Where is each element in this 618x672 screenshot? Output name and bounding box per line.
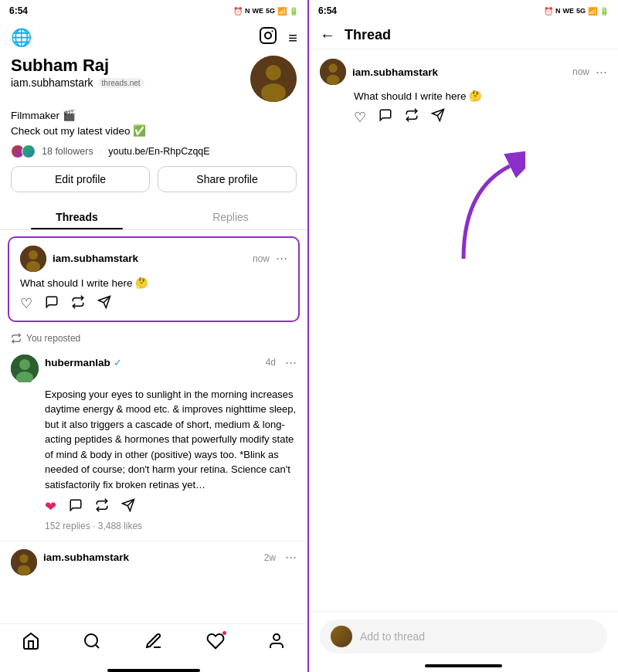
post-more-button[interactable]: ··· <box>285 355 297 371</box>
left-panel: 6:54 ⏰ N WE 5G 📶 🔋 🌐 ≡ Sub <box>0 0 309 672</box>
tab-threads[interactable]: Threads <box>0 203 154 229</box>
repost-banner: You reposted <box>0 328 307 348</box>
card-avatar <box>20 246 46 272</box>
post-card-huberman: hubermanlab ✓ 4d ··· Exposing your eyes … <box>0 348 307 541</box>
instagram-icon[interactable] <box>259 26 277 49</box>
follower-count: 18 followers <box>42 146 93 157</box>
svg-point-19 <box>85 634 97 647</box>
post-avatar-huberman <box>11 355 39 382</box>
comment-icon[interactable] <box>45 295 59 313</box>
follower-avatar-2 <box>22 144 36 158</box>
arrow-container <box>340 135 618 266</box>
profile-info: Subham Raj iam.subhamstark threads.net <box>11 56 144 89</box>
bio-line1: Filmmaker 🎬 <box>11 108 297 124</box>
profile-followers: 18 followers · youtu.be/En-RhpCzqqE <box>11 144 297 158</box>
verified-badge: ✓ <box>114 357 122 368</box>
edit-profile-button[interactable]: Edit profile <box>11 166 150 192</box>
time-left: 6:54 <box>9 5 28 16</box>
status-bar-right: 6:54 ⏰ N WE 5G 📶 🔋 <box>309 0 618 22</box>
nav-compose-icon[interactable] <box>144 632 163 655</box>
thread-card-highlighted: iam.subhamstark now ··· What should I wr… <box>8 236 300 322</box>
tabs-row: Threads Replies <box>0 203 307 230</box>
post-more-button-2[interactable]: ··· <box>285 549 297 565</box>
card-username: iam.subhamstark <box>53 253 138 264</box>
card-actions: ♡ <box>20 295 287 313</box>
threads-badge: threads.net <box>98 78 144 88</box>
right-like-icon[interactable]: ♡ <box>354 109 366 126</box>
like-filled-icon[interactable]: ❤ <box>45 498 56 516</box>
share-profile-button[interactable]: Share profile <box>158 166 297 192</box>
right-card-left: iam.subhamstark <box>320 59 438 85</box>
add-thread-input[interactable]: Add to thread <box>320 619 607 653</box>
post-username: hubermanlab <box>45 357 110 368</box>
globe-icon[interactable]: 🌐 <box>11 28 32 48</box>
post-meta: hubermanlab ✓ 4d ··· <box>45 355 297 371</box>
profile-handle-row: iam.subhamstark threads.net <box>11 76 144 89</box>
spacer <box>309 266 618 611</box>
profile-row: Subham Raj iam.subhamstark threads.net <box>11 56 297 102</box>
post-header-2: iam.subhamstark 2w ··· <box>11 549 297 575</box>
card-more-button[interactable]: ··· <box>276 250 287 266</box>
thread-card-header: iam.subhamstark now ··· <box>20 246 287 272</box>
add-thread-placeholder: Add to thread <box>360 630 425 643</box>
svg-point-4 <box>266 65 281 80</box>
post-username-2: iam.subhamstark <box>43 552 129 563</box>
like-icon[interactable]: ♡ <box>20 295 32 312</box>
top-right-icons: ≡ <box>259 26 297 49</box>
right-share-icon[interactable] <box>431 108 445 126</box>
right-card-actions: ♡ <box>354 108 607 126</box>
purple-arrow <box>448 143 525 266</box>
right-card-avatar <box>320 59 346 85</box>
right-more-button[interactable]: ··· <box>596 64 607 80</box>
repost-icon-2[interactable] <box>95 498 109 516</box>
repost-icon[interactable] <box>71 295 85 313</box>
nav-search-icon[interactable] <box>83 632 101 655</box>
tab-replies[interactable]: Replies <box>154 203 307 229</box>
nav-heart-icon[interactable] <box>206 632 225 655</box>
add-thread-bar: Add to thread <box>309 611 618 661</box>
share-icon[interactable] <box>97 295 111 313</box>
post-username-row: hubermanlab ✓ 4d ··· <box>45 355 297 371</box>
svg-point-12 <box>19 359 30 370</box>
back-button[interactable]: ← <box>320 26 335 44</box>
post-actions: ❤ <box>45 498 297 516</box>
menu-icon[interactable]: ≡ <box>288 29 297 47</box>
profile-section: Subham Raj iam.subhamstark threads.net F… <box>0 53 307 199</box>
right-comment-icon[interactable] <box>379 108 392 126</box>
svg-point-1 <box>265 32 271 39</box>
thread-top-bar: ← Thread <box>309 22 618 49</box>
time-right: 6:54 <box>318 5 337 16</box>
right-thread-card: iam.subhamstark now ··· What should I wr… <box>309 49 618 135</box>
post-header: hubermanlab ✓ 4d ··· <box>11 355 297 382</box>
input-avatar <box>331 626 352 647</box>
svg-point-7 <box>29 250 38 260</box>
home-indicator-left <box>107 669 200 672</box>
svg-point-5 <box>261 83 286 102</box>
post-card-2: iam.subhamstark 2w ··· <box>0 541 307 582</box>
nav-profile-icon[interactable] <box>267 632 286 655</box>
share-icon-2[interactable] <box>121 498 135 516</box>
card-content: What should I write here 🤔 <box>20 277 287 289</box>
nav-home-icon[interactable] <box>22 632 40 655</box>
profile-link[interactable]: youtu.be/En-RhpCzqqE <box>108 146 209 157</box>
right-repost-icon[interactable] <box>405 108 419 126</box>
right-panel: 6:54 ⏰ N WE 5G 📶 🔋 ← Thread <box>309 0 618 672</box>
svg-point-18 <box>18 565 31 575</box>
status-icons-right: ⏰ N WE 5G 📶 🔋 <box>544 7 609 15</box>
svg-point-21 <box>273 634 280 640</box>
svg-point-17 <box>19 555 28 563</box>
right-card-time: now <box>572 66 589 77</box>
thread-title: Thread <box>345 27 391 43</box>
bottom-nav <box>0 623 307 666</box>
post-time-2: 2w <box>264 552 276 563</box>
status-bar-left: 6:54 ⏰ N WE 5G 📶 🔋 <box>0 0 307 22</box>
comment-icon-2[interactable] <box>69 498 83 516</box>
card-left: iam.subhamstark <box>20 246 138 272</box>
bio-line2: Check out my latest video ✅ <box>11 124 297 139</box>
post-time: 4d <box>266 357 276 368</box>
follower-avatars <box>11 144 32 158</box>
profile-name: Subham Raj <box>11 56 144 76</box>
likes-count: 3,488 likes <box>98 521 142 531</box>
post-username-row-2: iam.subhamstark 2w ··· <box>43 549 297 565</box>
top-bar-left: 🌐 ≡ <box>0 22 307 53</box>
